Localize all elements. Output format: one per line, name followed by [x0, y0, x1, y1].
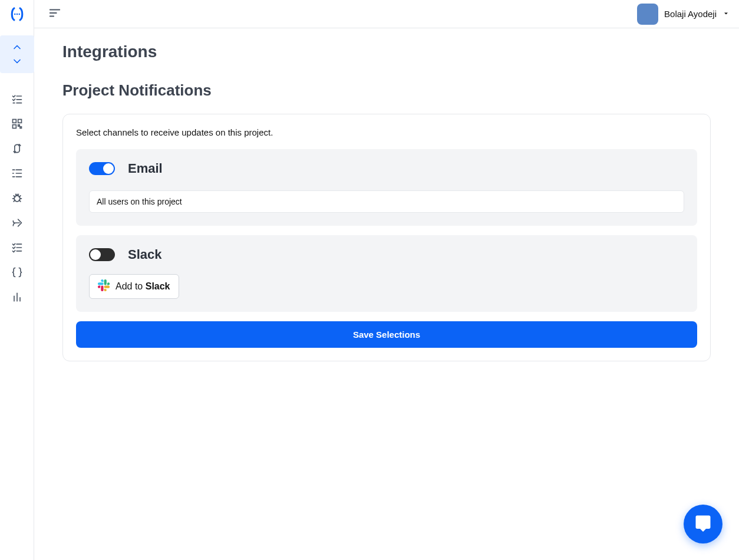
- email-toggle[interactable]: [89, 162, 115, 175]
- channel-email-label: Email: [128, 161, 163, 176]
- menu-toggle-icon[interactable]: [48, 6, 61, 22]
- toggle-knob: [103, 163, 114, 174]
- notifications-card: Select channels to receive updates on th…: [62, 114, 711, 361]
- svg-point-2: [18, 14, 20, 15]
- sidebar-nav: [11, 93, 23, 303]
- avatar: [637, 4, 658, 25]
- slack-toggle[interactable]: [89, 248, 115, 261]
- share-icon[interactable]: [11, 217, 23, 229]
- channel-slack-label: Slack: [128, 247, 162, 262]
- email-recipients-select[interactable]: All users on this project: [89, 190, 684, 213]
- svg-rect-10: [18, 125, 19, 127]
- svg-rect-11: [20, 127, 22, 129]
- svg-point-1: [16, 14, 18, 15]
- app-logo[interactable]: [0, 0, 34, 28]
- add-to-slack-button[interactable]: Add to Slack: [89, 274, 179, 299]
- qr-icon[interactable]: [11, 118, 23, 130]
- top-header: Bolaji Ayodeji: [34, 0, 739, 28]
- slack-logo-icon: [98, 279, 110, 294]
- card-subtitle: Select channels to receive updates on th…: [76, 127, 697, 137]
- channel-email-block: Email All users on this project: [76, 149, 697, 226]
- section-title: Project Notifications: [62, 81, 711, 100]
- slack-button-text: Add to Slack: [116, 281, 170, 292]
- svg-rect-9: [12, 125, 16, 129]
- save-selections-button[interactable]: Save Selections: [76, 321, 697, 348]
- list-indent-icon[interactable]: [11, 167, 23, 179]
- chat-icon: [694, 514, 712, 534]
- sidebar-collapse-group[interactable]: [0, 35, 34, 73]
- svg-point-0: [14, 14, 16, 15]
- checklist-icon[interactable]: [11, 242, 23, 253]
- sidebar: [0, 0, 34, 560]
- bar-chart-icon[interactable]: [11, 291, 23, 303]
- list-check-icon[interactable]: [11, 93, 23, 105]
- page-title: Integrations: [62, 42, 711, 61]
- bug-icon[interactable]: [11, 192, 23, 204]
- flow-branch-icon[interactable]: [11, 143, 23, 154]
- chevron-down-icon: [11, 55, 23, 67]
- svg-rect-8: [18, 120, 21, 123]
- channel-slack-block: Slack Add to Slack: [76, 235, 697, 312]
- user-menu[interactable]: Bolaji Ayodeji: [637, 4, 730, 25]
- svg-rect-7: [12, 120, 16, 123]
- user-name-label: Bolaji Ayodeji: [664, 9, 717, 19]
- toggle-knob: [90, 249, 101, 260]
- caret-down-icon: [722, 9, 730, 19]
- chevron-up-icon: [11, 41, 23, 53]
- braces-icon[interactable]: [11, 266, 23, 278]
- chat-fab[interactable]: [684, 505, 722, 543]
- main-content: Integrations Project Notifications Selec…: [34, 28, 739, 560]
